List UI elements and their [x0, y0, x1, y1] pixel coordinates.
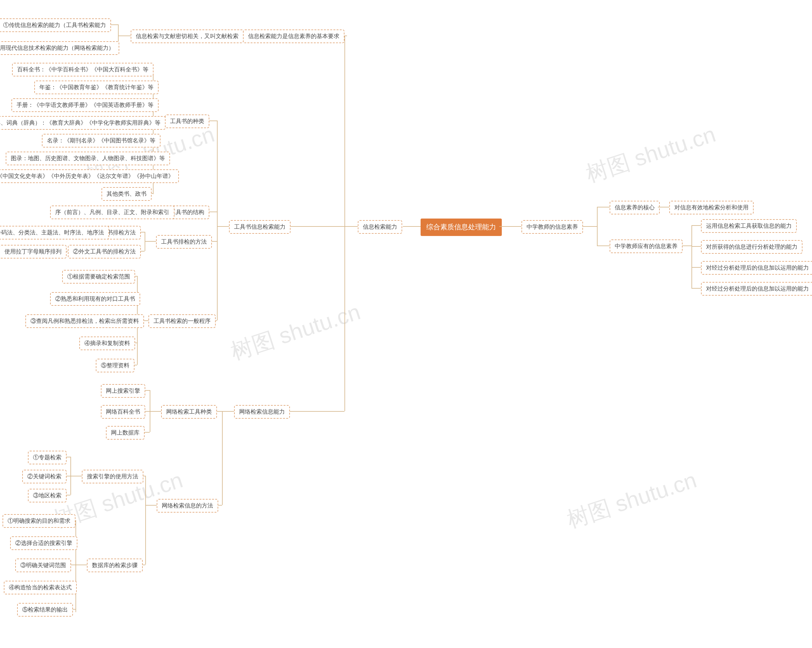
connector: [75, 520, 76, 612]
connector: [597, 245, 610, 246]
node-net-methods: 网络检索信息的方法: [157, 499, 218, 512]
node-literacy-core: 信息素养的核心: [610, 201, 660, 214]
node-index-methods: 工具书排检的方法: [156, 235, 212, 249]
node-net-database: 网上数据库: [106, 426, 145, 440]
connector: [499, 226, 522, 227]
node-literacy-core-leaf: 对信息有效地检索分析和使用: [669, 201, 754, 214]
node-trad-skill: ①传统信息检索的能力（工具书检索能力: [0, 18, 111, 32]
root-node: 综合素质信息处理能力: [421, 218, 502, 236]
node-type-chronology: 表谱：《中国文化史年表》《中外历史年表》《达尔文年谱》《孙中山年谱》: [0, 169, 179, 183]
node-db-l2: ②选择合适的搜索引擎: [10, 536, 77, 550]
connector: [145, 505, 157, 506]
connector: [150, 390, 150, 432]
node-engine-l2: ②关键词检索: [22, 470, 67, 483]
node-toolbook-structure-leaf: 序（前言）、凡例、目录、正文、附录和索引: [50, 206, 174, 219]
node-type-dictionary: 字典、词典（辞典）：《教育大辞典》《中学化学教师实用辞典》等: [0, 116, 166, 130]
node-db-l4: ④构造恰当的检索表达式: [4, 581, 77, 595]
connector: [145, 232, 145, 251]
node-search-engine: 网上搜索引擎: [101, 384, 145, 398]
node-literacy-l2: 对所获得的信息进行分析处理的能力: [701, 240, 803, 254]
node-db-l3: ③明确关键词范围: [15, 558, 71, 572]
node-modern-skill: ②运用现代信息技术检索的能力（网络检索能力）: [0, 41, 119, 55]
connector: [70, 457, 71, 495]
connector: [118, 35, 131, 36]
node-proc-3: ③查阅凡例和熟悉排检法，检索出所需资料: [25, 314, 144, 328]
node-engine-l1: ①专题检索: [28, 451, 67, 464]
node-type-other: 其他类书、政书: [102, 187, 152, 201]
connector: [597, 207, 598, 245]
connector: [691, 267, 701, 268]
node-doc-search: 信息检索与文献密切相关，又叫文献检索: [131, 29, 244, 43]
node-type-yearbook: 年鉴：《中国教育年鉴》《教育统计年鉴》等: [34, 81, 159, 94]
node-network-ability: 网络检索信息能力: [234, 405, 290, 419]
node-proc-5: ⑤整理资料: [96, 359, 134, 372]
watermark: 树图 shutu.cn: [582, 120, 719, 189]
connector: [217, 226, 229, 227]
node-type-handbook: 手册：《中学语文教师手册》《中国英语教师手册》等: [11, 98, 159, 112]
node-basic-req: 信息检索能力是信息素养的基本要求: [243, 29, 345, 43]
node-toolbook-types: 工具书的种类: [165, 114, 209, 128]
node-type-directory: 名录：《期刊名录》《中国图书馆名录》等: [42, 134, 160, 148]
connector: [75, 564, 87, 565]
connector: [691, 246, 701, 247]
node-engine-usage: 搜索引擎的使用方法: [82, 470, 143, 483]
node-db-l5: ⑤检索结果的输出: [17, 603, 73, 617]
node-literacy-l4: 对经过分析处理后的信息加以运用的能力: [701, 282, 812, 296]
watermark: 树图 shutu.cn: [227, 297, 364, 367]
connector: [403, 226, 421, 227]
connector: [691, 225, 701, 226]
node-net-tool-types: 网络检索工具种类: [161, 405, 217, 419]
node-literacy-l3: 对经过分析处理后的信息加以运用的能力: [701, 261, 812, 275]
connector: [222, 411, 234, 412]
connector: [288, 411, 345, 412]
connector: [222, 411, 223, 505]
node-cn-index-leaf: 字顺排检，包括部首法、笔画笔形法、音序法、号码法、分类法、主题法、时序法、地序法: [0, 226, 109, 239]
node-literacy-l1: 运用信息检索工具获取信息的能力: [701, 219, 797, 233]
node-foreign-index: ②外文工具书的排检方法: [68, 245, 141, 259]
connector: [288, 226, 345, 227]
connector: [150, 411, 161, 412]
node-type-atlas: 图录：地图、历史图谱、文物图录、人物图录、科技图谱》等: [6, 152, 170, 165]
node-literacy-should: 中学教师应有的信息素养: [610, 239, 682, 253]
connector: [597, 207, 610, 207]
node-teacher-literacy: 中学教师的信息素养: [522, 220, 583, 234]
node-type-encyclopedia: 百科全书：《中学百科全书》《中国大百科全书》等: [12, 63, 154, 76]
connector: [691, 225, 692, 289]
connector: [145, 241, 156, 242]
connector: [345, 35, 345, 411]
node-db-steps: 数据库的检索步骤: [87, 558, 143, 572]
connector: [582, 226, 597, 227]
node-toolbook-ability: 工具书信息检索能力: [229, 220, 290, 234]
node-net-encyclopedia: 网络百科全书: [101, 405, 145, 419]
node-engine-l3: ③地区检索: [28, 489, 67, 502]
connector: [682, 245, 691, 246]
node-proc-1: ①根据需要确定检索范围: [62, 270, 135, 284]
connector: [658, 207, 669, 207]
node-proc-4: ④摘录和复制资料: [79, 337, 135, 350]
node-search-process: 工具书检索的一般程序: [148, 314, 216, 328]
connector: [691, 288, 701, 289]
node-foreign-index-leaf: 使用拉丁字母顺序排列: [0, 245, 67, 259]
connector: [70, 476, 82, 476]
connector: [217, 120, 218, 320]
connector: [345, 226, 358, 227]
node-search-ability: 信息检索能力: [358, 220, 402, 234]
connector: [145, 476, 146, 564]
node-db-l1: ①明确搜索的目的和需求: [3, 514, 75, 528]
node-proc-2: ②熟悉和利用现有的对口工具书: [50, 292, 140, 306]
watermark: 树图 shutu.cn: [563, 465, 701, 535]
